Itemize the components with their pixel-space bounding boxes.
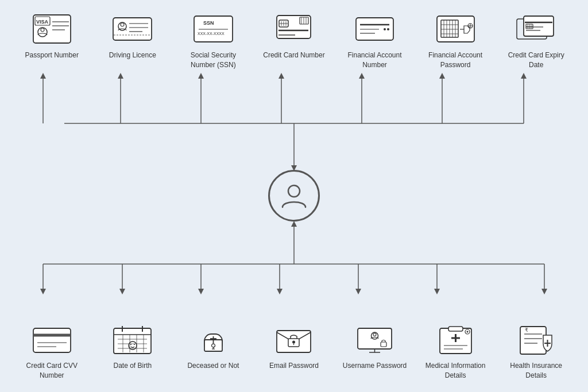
node-credit-card-number: Credit Card Number (260, 11, 328, 60)
node-email-password: Email Password (260, 322, 328, 371)
svg-point-124 (292, 340, 295, 343)
svg-marker-10 (359, 73, 365, 79)
svg-marker-25 (198, 289, 204, 294)
financial-account-password-label: Financial Account Password (421, 51, 490, 70)
svg-marker-27 (277, 289, 283, 294)
cvv-label: Credit Card CVV Number (17, 361, 86, 381)
bottom-items: Credit Card CVV Number (0, 322, 588, 381)
username-password-label: Username Password (343, 361, 407, 371)
node-financial-account-password: Financial Account Password (421, 11, 490, 70)
username-password-icon (352, 322, 398, 356)
svg-point-112 (134, 344, 135, 345)
medical-info-icon (432, 322, 478, 356)
driving-licence-icon (110, 11, 156, 46)
node-cvv: Credit Card CVV Number (17, 322, 86, 381)
svg-marker-14 (521, 73, 527, 79)
svg-text:SSN: SSN (203, 20, 214, 26)
svg-rect-141 (520, 327, 546, 354)
deceased-label: Deceased or Not (187, 361, 239, 371)
driving-licence-label: Driving Licence (109, 51, 156, 60)
ssn-icon: SSN XXX-XX-XXXX (190, 11, 236, 46)
financial-account-password-icon (432, 11, 478, 46)
svg-text:VISA: VISA (36, 19, 49, 25)
node-passport: VISA Passport Number (17, 11, 86, 60)
svg-marker-33 (541, 289, 547, 294)
svg-rect-134 (448, 327, 463, 331)
top-items: VISA Passport Number (0, 11, 588, 70)
ssn-label: Social Security Number (SSN) (179, 51, 247, 70)
svg-point-140 (466, 331, 468, 332)
svg-marker-4 (118, 73, 123, 79)
credit-card-expiry-icon (513, 11, 559, 46)
diagram: VISA Passport Number (0, 0, 588, 392)
node-medical-info: Medical Information Details (421, 322, 490, 381)
health-insurance-label: Health Insurance Details (502, 361, 571, 381)
svg-marker-21 (40, 289, 46, 294)
svg-marker-8 (278, 73, 284, 79)
financial-account-number-label: Financial Account Number (341, 51, 409, 70)
credit-card-number-icon (271, 11, 317, 46)
passport-icon: VISA (29, 11, 75, 46)
dob-label: Date of Birth (113, 361, 152, 371)
svg-rect-86 (524, 16, 554, 36)
deceased-icon (190, 322, 236, 356)
node-ssn: SSN XXX-XX-XXXX Social Security Number (… (179, 11, 247, 70)
dob-icon (110, 322, 156, 356)
email-password-label: Email Password (269, 361, 319, 371)
cvv-icon (29, 322, 75, 356)
node-financial-account-number: Financial Account Number (341, 11, 409, 70)
svg-marker-29 (355, 289, 361, 294)
person-node (268, 170, 320, 222)
node-username-password: Username Password (341, 322, 409, 371)
svg-marker-6 (198, 73, 204, 79)
medical-info-label: Medical Information Details (421, 361, 490, 381)
svg-marker-2 (40, 73, 46, 79)
svg-marker-19 (291, 221, 297, 227)
svg-rect-95 (33, 328, 71, 352)
passport-label: Passport Number (25, 51, 79, 60)
email-password-icon (271, 322, 317, 356)
svg-marker-31 (434, 289, 440, 294)
node-deceased: Deceased or Not (179, 322, 247, 371)
svg-point-111 (130, 344, 131, 345)
svg-marker-23 (119, 289, 125, 294)
person-icon (279, 181, 309, 211)
financial-account-number-icon (352, 11, 398, 46)
credit-card-number-label: Credit Card Number (263, 51, 324, 60)
credit-card-expiry-label: Credit Card Expiry Date (502, 51, 571, 70)
svg-point-71 (387, 28, 389, 30)
node-dob: Date of Birth (98, 322, 167, 371)
svg-point-70 (384, 28, 386, 30)
node-credit-card-expiry: Credit Card Expiry Date (502, 11, 571, 70)
svg-text:XXX-XX-XXXX: XXX-XX-XXXX (198, 32, 225, 36)
health-insurance-icon: ₹ (513, 322, 559, 356)
node-health-insurance: ₹ Health Insurance Details (502, 322, 571, 381)
svg-point-34 (288, 185, 300, 197)
node-driving-licence: Driving Licence (98, 11, 167, 60)
svg-marker-12 (439, 73, 445, 79)
svg-text:₹: ₹ (525, 327, 528, 333)
